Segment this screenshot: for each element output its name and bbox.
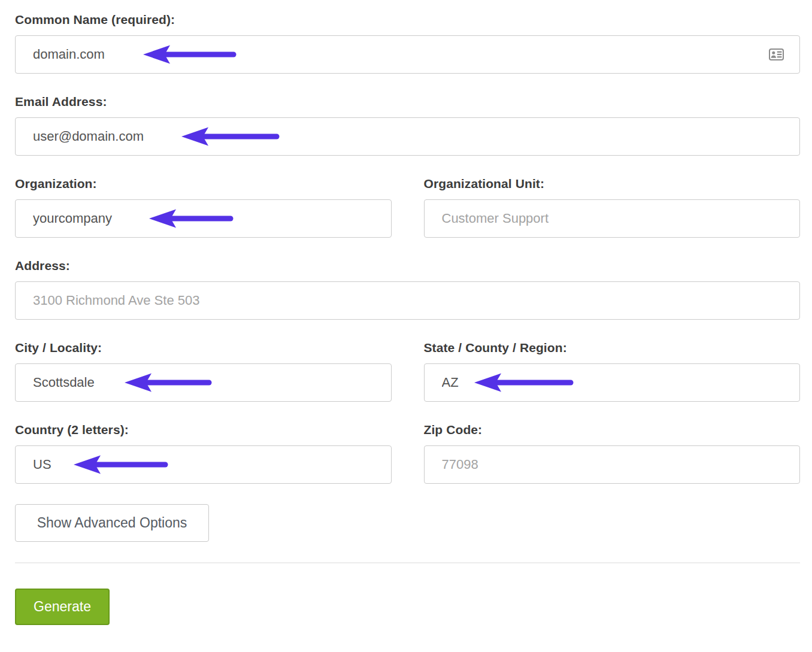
field-country: Country (2 letters): xyxy=(15,422,392,484)
field-organizational-unit: Organizational Unit: xyxy=(424,176,801,238)
city-label: City / Locality: xyxy=(15,340,392,356)
field-row-city-state: City / Locality: State / County / Region… xyxy=(15,340,800,402)
show-advanced-options-button[interactable]: Show Advanced Options xyxy=(15,504,209,542)
generate-button[interactable]: Generate xyxy=(15,589,110,625)
field-row-country-zip: Country (2 letters): Zip Code: xyxy=(15,422,800,484)
field-email: Email Address: xyxy=(15,94,800,156)
field-common-name: Common Name (required): xyxy=(15,12,800,74)
email-label: Email Address: xyxy=(15,94,800,110)
country-label: Country (2 letters): xyxy=(15,422,392,438)
city-input[interactable] xyxy=(15,363,392,402)
zip-label: Zip Code: xyxy=(424,422,801,438)
field-organization: Organization: xyxy=(15,176,392,238)
country-input[interactable] xyxy=(15,445,392,484)
zip-input[interactable] xyxy=(424,445,801,484)
field-city: City / Locality: xyxy=(15,340,392,402)
organizational-unit-label: Organizational Unit: xyxy=(424,176,801,192)
field-address: Address: xyxy=(15,258,800,320)
email-input[interactable] xyxy=(15,117,800,156)
organizational-unit-input[interactable] xyxy=(424,199,801,238)
field-row-organization: Organization: Organizational Unit: xyxy=(15,176,800,238)
organization-label: Organization: xyxy=(15,176,392,192)
section-divider xyxy=(15,562,800,563)
organization-input[interactable] xyxy=(15,199,392,238)
common-name-label: Common Name (required): xyxy=(15,12,800,28)
field-state: State / County / Region: xyxy=(424,340,801,402)
contact-card-icon[interactable] xyxy=(769,48,784,60)
state-input[interactable] xyxy=(424,363,801,402)
csr-form: Common Name (required): Email Address: xyxy=(0,0,812,652)
address-input[interactable] xyxy=(15,281,800,320)
address-label: Address: xyxy=(15,258,800,274)
common-name-input[interactable] xyxy=(15,35,800,74)
state-label: State / County / Region: xyxy=(424,340,801,356)
field-zip: Zip Code: xyxy=(424,422,801,484)
